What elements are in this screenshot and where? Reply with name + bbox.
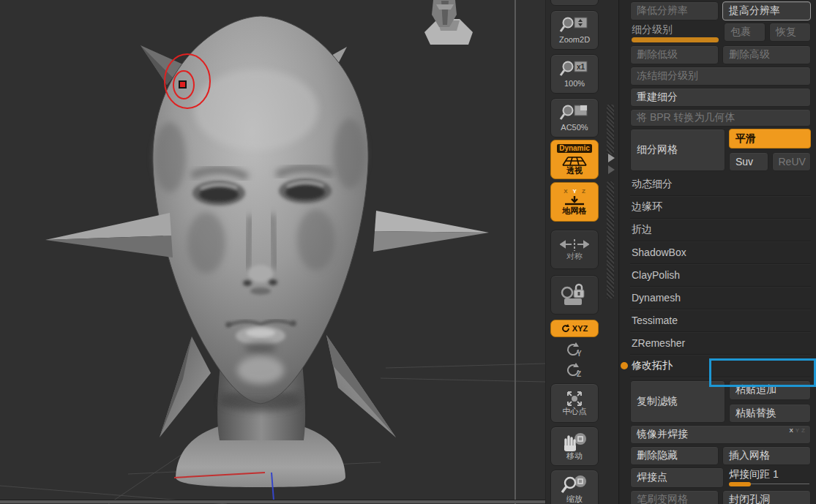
reuv-button[interactable]: ReUV — [772, 152, 812, 171]
clipped-top-button[interactable] — [550, 0, 599, 6]
ac50-button[interactable]: AC50% — [550, 98, 599, 138]
mirror-axis-z[interactable]: Z — [801, 427, 807, 434]
dynamic-badge: Dynamic — [557, 144, 592, 153]
sculpt-viewport[interactable] — [0, 0, 545, 504]
zoom2d-button[interactable]: Zoom2D — [550, 10, 599, 50]
section-label: 边缘环 — [632, 200, 662, 214]
section-modify-topology[interactable]: 修改拓扑 — [630, 355, 811, 377]
floor-grid-label: 地网格 — [563, 207, 587, 215]
section-label: ShadowBox — [632, 247, 686, 258]
rotate-arrow-icon — [561, 324, 570, 333]
mirror-weld-label: 镜像并焊接 — [637, 428, 688, 441]
section-label: Tessimate — [632, 315, 678, 326]
restore-button[interactable]: 恢复 — [769, 23, 811, 42]
section-label: 折边 — [632, 223, 652, 236]
spike-right-top — [375, 211, 489, 233]
floor-axis-y[interactable]: Y — [573, 189, 577, 195]
ac50-icon — [558, 104, 591, 123]
panel-scroll-strip[interactable] — [607, 181, 614, 298]
scale-button[interactable]: 缩放 — [550, 470, 599, 504]
freeze-sdiv-button[interactable]: 冻结细分级别 — [630, 67, 811, 86]
rotate-y-icon: Y — [565, 342, 584, 358]
lowpoly-preview-head — [424, 0, 473, 45]
scale-icon — [560, 475, 589, 494]
brush-to-mesh-button[interactable]: 笔刷变网格 — [630, 490, 719, 504]
section-zremesher[interactable]: ZRemesher — [630, 332, 811, 355]
close-holes-button[interactable]: 封闭孔洞 — [722, 490, 811, 504]
perspective-button[interactable]: Dynamic 透视 — [550, 140, 599, 179]
copy-filter-button[interactable]: 复制滤镜 — [630, 380, 725, 423]
suv-button[interactable]: Suv — [729, 152, 768, 171]
spike-left-top — [45, 213, 171, 240]
floor-axis-x[interactable]: X — [564, 189, 567, 195]
floor-grid-button[interactable]: X Y Z 地网格 — [550, 182, 599, 222]
zoom2d-icon — [558, 16, 591, 35]
rotate-xyz-label: XYZ — [572, 325, 588, 333]
lower-res-button[interactable]: 降低分辨率 — [630, 1, 719, 20]
sdiv-level-bar[interactable] — [632, 37, 719, 42]
insert-mesh-button[interactable]: 插入网格 — [722, 446, 811, 465]
section-label: 修改拓扑 — [632, 359, 673, 372]
svg-text:Y: Y — [577, 350, 582, 358]
document-edge-line — [514, 0, 516, 504]
rotate-z-button[interactable]: Z — [550, 361, 599, 380]
reconstruct-sdiv-button[interactable]: 重建细分 — [630, 88, 811, 107]
section-tessimate[interactable]: Tessimate — [630, 309, 811, 332]
section-shadowbox[interactable]: ShadowBox — [630, 241, 811, 264]
expand-arrow-icon[interactable] — [608, 154, 615, 162]
section-dynamic-subdiv[interactable]: 动态细分 — [630, 173, 811, 196]
center-point-button[interactable]: 中心点 — [550, 383, 599, 423]
rotate-y-button[interactable]: Y — [550, 340, 599, 359]
sdiv-level-slider[interactable]: 细分级别 — [630, 23, 720, 43]
spike-lower-right-shade — [326, 335, 396, 437]
floor-grid-icon — [564, 195, 585, 206]
mirror-axes-badges: XYZ — [789, 427, 807, 434]
rotate-xyz-button[interactable]: XYZ — [550, 320, 599, 337]
geometry-subpalette: 降低分辨率 提高分辨率 细分级别 包裹 恢复 删除低级 删除高级 冻结细分级别 … — [618, 0, 816, 504]
zoom2d-label: Zoom2D — [559, 36, 590, 44]
scale-label: 缩放 — [566, 495, 583, 503]
center-point-label: 中心点 — [563, 407, 587, 415]
sdiv-level-label: 细分级别 — [632, 23, 719, 36]
move-button[interactable]: 移动 — [550, 426, 599, 466]
section-label: ZRemesher — [632, 337, 685, 349]
section-claypolish[interactable]: ClayPolish — [630, 264, 811, 287]
actual-size-icon: x1 — [558, 60, 591, 79]
svg-text:x1: x1 — [577, 63, 585, 71]
paste-append-button[interactable]: 粘贴追加 — [729, 380, 811, 400]
smt-button[interactable]: 平滑 — [729, 129, 811, 148]
move-hand-icon — [560, 432, 589, 451]
move-label: 移动 — [566, 452, 583, 460]
section-dynamesh[interactable]: Dynamesh — [630, 287, 811, 309]
section-edgeloop[interactable]: 边缘环 — [630, 196, 811, 219]
horizontal-scrollbar[interactable] — [0, 500, 545, 503]
section-label: 动态细分 — [632, 178, 673, 191]
spike-right-bottom — [373, 231, 489, 252]
section-crease[interactable]: 折边 — [630, 219, 811, 241]
expand-arrow-icon[interactable] — [608, 165, 615, 174]
weld-distance-fill[interactable] — [729, 482, 751, 486]
bpr-to-geo-button[interactable]: 将 BPR 转换为几何体 — [630, 109, 811, 127]
weld-points-button[interactable]: 焊接点 — [630, 467, 724, 488]
mirror-axis-x[interactable]: X — [789, 427, 795, 434]
divide-button[interactable]: 细分网格 — [630, 129, 725, 171]
ac50-label: AC50% — [561, 124, 588, 132]
cage-button[interactable]: 包裹 — [724, 23, 766, 42]
camera-lock-icon — [558, 282, 591, 307]
camera-lock-button[interactable] — [550, 275, 599, 315]
section-label: Dynamesh — [632, 292, 681, 304]
del-lower-button[interactable]: 删除低级 — [630, 45, 719, 64]
spike-lower-left — [160, 336, 211, 437]
del-higher-button[interactable]: 删除高级 — [722, 45, 811, 64]
mirror-axis-y[interactable]: Y — [796, 427, 801, 434]
panel-scroll-strip[interactable] — [607, 105, 614, 154]
actual-size-button[interactable]: x1 100% — [550, 54, 599, 94]
weld-distance-slider[interactable]: 焊接间距 1 — [727, 467, 811, 488]
paste-replace-button[interactable]: 粘贴替换 — [729, 404, 811, 424]
perspective-label: 透视 — [566, 167, 583, 175]
floor-axis-z[interactable]: Z — [582, 189, 585, 195]
mirror-and-weld-button[interactable]: 镜像并焊接 XYZ — [630, 425, 811, 444]
del-hidden-button[interactable]: 删除隐藏 — [630, 446, 719, 465]
higher-res-button[interactable]: 提高分辨率 — [722, 1, 811, 20]
symmetry-button[interactable]: 对称 — [550, 230, 599, 269]
